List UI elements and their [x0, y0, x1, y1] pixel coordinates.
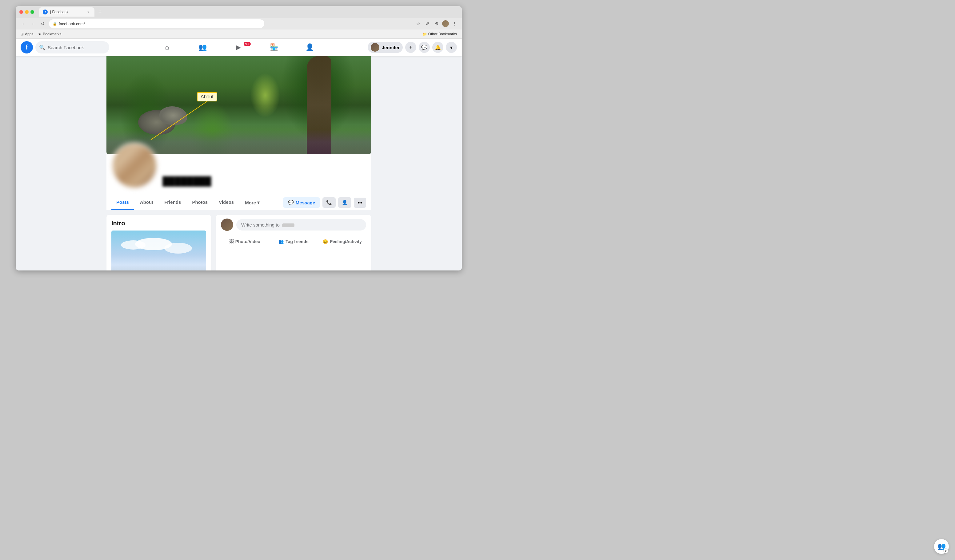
- tab-close-button[interactable]: ×: [86, 9, 91, 14]
- profile-button[interactable]: Jennifer: [368, 42, 403, 53]
- bookmarks-label: Bookmarks: [43, 32, 61, 36]
- tag-friends-button[interactable]: 👥 Tag friends: [270, 237, 318, 246]
- nav-right: Jennifer + 💬 🔔 ▾: [368, 42, 457, 53]
- chrome-profile-icon[interactable]: [442, 20, 449, 27]
- lock-icon: 🔒: [53, 22, 57, 26]
- address-bar[interactable]: 🔒 facebook.com/: [49, 19, 264, 28]
- bookmark-star-icon[interactable]: ☆: [415, 20, 422, 27]
- close-window-button[interactable]: [19, 10, 23, 14]
- more-chevron-icon: ▾: [257, 200, 260, 205]
- nav-marketplace[interactable]: 🏪: [257, 40, 291, 55]
- video-icon: ▶: [236, 43, 241, 51]
- tab-favicon: f: [43, 9, 48, 14]
- notifications-button[interactable]: 🔔: [432, 42, 443, 53]
- emoji-icon: 😊: [323, 239, 328, 244]
- other-bookmarks[interactable]: 📁 Other Bookmarks: [421, 31, 458, 37]
- cast-icon[interactable]: ↺: [424, 20, 431, 27]
- add-button[interactable]: +: [405, 42, 416, 53]
- new-tab-button[interactable]: +: [96, 8, 104, 16]
- ellipsis-icon: •••: [357, 200, 362, 205]
- groups-icon: 👤: [305, 43, 314, 51]
- profile-content: ████████ Posts About Friends Photos Vide…: [16, 56, 462, 270]
- menu-button[interactable]: ▾: [446, 42, 457, 53]
- messenger-icon: 💬: [421, 45, 427, 50]
- call-button[interactable]: 📞: [323, 197, 336, 208]
- intro-photo[interactable]: [111, 231, 206, 270]
- phone-icon: 📞: [326, 200, 332, 205]
- profile-avatar-wrapper: [111, 143, 158, 189]
- extensions-icon[interactable]: ⚙: [433, 20, 440, 27]
- facebook-topnav: f 🔍 Search Facebook ⌂ 👥 ▶ 9+ 🏪: [16, 39, 462, 56]
- search-icon: 🔍: [39, 45, 45, 50]
- tag-icon: 👥: [279, 239, 284, 244]
- profile-name-nav: Jennifer: [382, 45, 400, 50]
- intro-card: Intro: [106, 215, 211, 270]
- facebook-logo[interactable]: f: [20, 41, 33, 53]
- profile-tabs: Posts About Friends Photos Videos More ▾…: [106, 195, 371, 210]
- folder-icon: 📁: [423, 32, 427, 36]
- messenger-button[interactable]: 💬: [419, 42, 430, 53]
- nav-groups[interactable]: 👤: [293, 40, 327, 55]
- apps-label: Apps: [25, 32, 33, 36]
- tab-about[interactable]: About: [135, 195, 158, 210]
- message-button[interactable]: 💬 Message: [283, 197, 320, 208]
- title-bar: f | Facebook × +: [16, 6, 462, 18]
- video-badge: 9+: [244, 42, 251, 46]
- profile-avatar-image: [113, 144, 156, 187]
- other-bookmarks-label: Other Bookmarks: [428, 32, 457, 36]
- feeling-button[interactable]: 😊 Feeling/Activity: [318, 237, 366, 246]
- profile-body: Intro Write som: [106, 215, 371, 270]
- reload-button[interactable]: ↺: [39, 20, 47, 27]
- nav-video[interactable]: ▶ 9+: [221, 40, 256, 55]
- tab-title: | Facebook: [50, 10, 83, 14]
- bookmarks-folder[interactable]: ★ Bookmarks: [37, 31, 63, 37]
- messenger-small-icon: 💬: [288, 200, 294, 205]
- url-text: facebook.com/: [59, 22, 85, 26]
- tab-videos[interactable]: Videos: [214, 195, 239, 210]
- profile-avatar-small: [371, 43, 379, 51]
- profile-name: ████████: [163, 176, 211, 186]
- toolbar-right: ☆ ↺ ⚙ ⋮: [415, 20, 458, 27]
- cover-photo-image: [106, 56, 371, 154]
- post-composer: Write something to 🖼 Photo/Video 👥 Tag f…: [216, 215, 371, 270]
- apps-bookmark[interactable]: ⊞ Apps: [19, 31, 34, 37]
- bell-icon: 🔔: [435, 45, 441, 50]
- nav-friends[interactable]: 👥: [186, 40, 220, 55]
- traffic-lights: [19, 10, 34, 14]
- browser-window: f | Facebook × + ‹ › ↺ 🔒 facebook.com/ ☆…: [16, 6, 462, 270]
- tab-bar: f | Facebook × +: [39, 7, 458, 17]
- tab-photos[interactable]: Photos: [187, 195, 213, 210]
- cover-photo: [106, 56, 371, 154]
- composer-recipient: [282, 223, 294, 227]
- profile-avatar[interactable]: [111, 143, 158, 189]
- marketplace-icon: 🏪: [270, 43, 278, 51]
- tab-posts[interactable]: Posts: [111, 195, 134, 210]
- add-friend-icon: 👤: [342, 200, 348, 205]
- more-actions-button[interactable]: •••: [354, 198, 366, 208]
- search-bar[interactable]: 🔍 Search Facebook: [35, 41, 109, 53]
- composer-avatar: [221, 218, 233, 231]
- composer-placeholder: Write something to: [241, 222, 280, 228]
- chevron-down-icon: ▾: [450, 45, 452, 50]
- facebook-content: f 🔍 Search Facebook ⌂ 👥 ▶ 9+ 🏪: [16, 39, 462, 270]
- tab-friends[interactable]: Friends: [160, 195, 186, 210]
- composer-input-field[interactable]: Write something to: [236, 219, 366, 231]
- address-bar-row: ‹ › ↺ 🔒 facebook.com/ ☆ ↺ ⚙ ⋮: [16, 18, 462, 30]
- home-icon: ⌂: [165, 43, 169, 51]
- active-tab[interactable]: f | Facebook ×: [39, 7, 94, 17]
- chrome-menu-icon[interactable]: ⋮: [451, 20, 458, 27]
- add-friend-button[interactable]: 👤: [338, 197, 351, 208]
- minimize-window-button[interactable]: [25, 10, 29, 14]
- composer-top: Write something to: [221, 218, 366, 231]
- profile-name-section: ████████: [163, 176, 211, 189]
- profile-tab-actions: 💬 Message 📞 👤 •••: [283, 197, 366, 208]
- intro-title: Intro: [111, 220, 206, 227]
- apps-grid-icon: ⊞: [20, 32, 24, 36]
- nav-center: ⌂ 👥 ▶ 9+ 🏪 👤: [150, 40, 327, 55]
- photo-video-button[interactable]: 🖼 Photo/Video: [221, 237, 269, 246]
- tab-more[interactable]: More ▾: [240, 195, 265, 210]
- forward-button[interactable]: ›: [29, 20, 37, 27]
- back-button[interactable]: ‹: [19, 20, 27, 27]
- nav-home[interactable]: ⌂: [150, 40, 184, 55]
- maximize-window-button[interactable]: [30, 10, 34, 14]
